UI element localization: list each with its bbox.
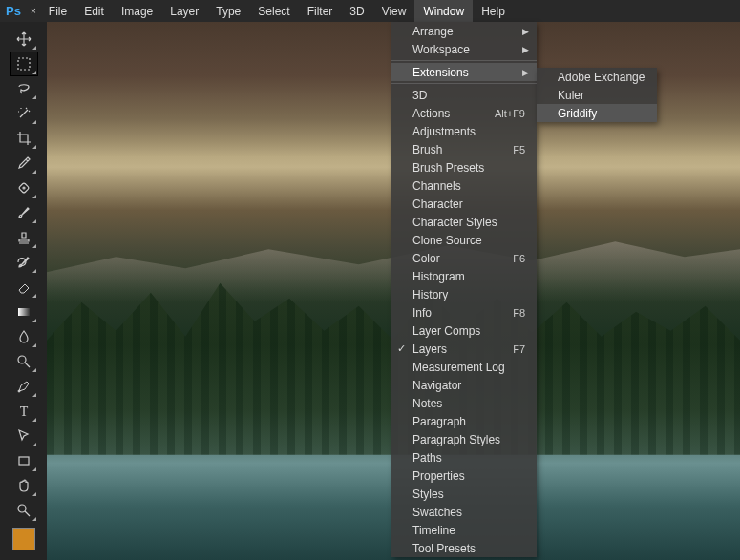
menu-item-label: Histogram — [412, 270, 465, 283]
foreground-color-swatch[interactable] — [12, 528, 35, 550]
gradient-tool[interactable] — [11, 301, 37, 323]
zoom-tool[interactable] — [11, 499, 37, 522]
window-menu-extensions[interactable]: Extensions▶ — [391, 63, 537, 81]
menu-item-label: Arrange — [412, 25, 454, 38]
eraser-tool[interactable] — [11, 276, 37, 299]
crop-tool[interactable] — [11, 127, 37, 150]
window-menu-channels[interactable]: Channels — [391, 176, 537, 195]
menu-item-label: Extensions — [412, 66, 469, 79]
type-tool[interactable]: T — [11, 400, 37, 423]
window-menu-actions[interactable]: ActionsAlt+F9 — [391, 104, 537, 122]
window-menu-paragraph[interactable]: Paragraph — [391, 412, 537, 430]
brush-tool[interactable] — [11, 201, 37, 224]
menu-help[interactable]: Help — [473, 0, 514, 22]
window-menu-tool-presets[interactable]: Tool Presets — [391, 539, 537, 557]
menu-type[interactable]: Type — [207, 0, 249, 22]
menu-file[interactable]: File — [40, 0, 75, 22]
window-menu-info[interactable]: InfoF8 — [391, 303, 537, 321]
window-menu-character-styles[interactable]: Character Styles — [391, 213, 537, 231]
menu-select[interactable]: Select — [249, 0, 298, 22]
menu-item-label: Info — [412, 306, 432, 320]
menu-item-label: Workspace — [412, 43, 470, 56]
menu-item-label: Adjustments — [412, 125, 476, 138]
submenu-arrow-icon: ▶ — [522, 27, 529, 36]
window-menu-dropdown: Arrange▶Workspace▶Extensions▶3DActionsAl… — [391, 22, 537, 557]
window-menu-history[interactable]: History — [391, 285, 537, 303]
menu-bar: Ps × FileEditImageLayerTypeSelectFilter3… — [0, 0, 740, 22]
window-menu-notes[interactable]: Notes — [391, 394, 537, 412]
extensions-submenu: Adobe ExchangeKulerGriddify — [537, 68, 657, 122]
menu-shortcut: F8 — [513, 307, 525, 319]
window-menu-layers[interactable]: LayersF7✓ — [391, 340, 537, 358]
menu-3d[interactable]: 3D — [341, 0, 372, 22]
menu-edit[interactable]: Edit — [75, 0, 113, 22]
window-menu-brush[interactable]: BrushF5 — [391, 140, 537, 158]
window-menu-measurement-log[interactable]: Measurement Log — [391, 358, 537, 376]
svg-rect-7 — [19, 457, 29, 465]
menu-filter[interactable]: Filter — [299, 0, 342, 22]
menu-item-label: Tool Presets — [412, 542, 476, 555]
move-tool[interactable] — [11, 28, 37, 51]
marquee-tool[interactable] — [11, 52, 37, 75]
menu-item-label: Color — [412, 252, 440, 265]
menu-item-label: Paths — [412, 451, 442, 465]
menu-item-label: Swatches — [412, 506, 462, 519]
menu-layer[interactable]: Layer — [161, 0, 207, 22]
hand-tool[interactable] — [11, 474, 37, 497]
window-menu-properties[interactable]: Properties — [391, 467, 537, 485]
history-brush-tool[interactable] — [11, 251, 37, 274]
blur-tool[interactable] — [11, 325, 37, 348]
pen-tool[interactable] — [11, 375, 37, 398]
window-menu-histogram[interactable]: Histogram — [391, 267, 537, 285]
window-menu-adjustments[interactable]: Adjustments — [391, 122, 537, 140]
rectangle-tool[interactable] — [11, 449, 37, 472]
svg-point-2 — [23, 187, 25, 189]
submenu-arrow-icon: ▶ — [522, 45, 529, 54]
menu-item-label: History — [412, 288, 448, 301]
window-menu-workspace[interactable]: Workspace▶ — [391, 40, 537, 58]
menu-item-label: Channels — [412, 179, 461, 193]
window-menu-brush-presets[interactable]: Brush Presets — [391, 158, 537, 176]
svg-point-8 — [18, 505, 26, 512]
extensions-menu-kuler[interactable]: Kuler — [537, 86, 657, 104]
menu-item-label: Layer Comps — [412, 324, 480, 338]
menu-item-label: Brush Presets — [412, 161, 484, 175]
window-menu-paths[interactable]: Paths — [391, 448, 537, 467]
window-menu-styles[interactable]: Styles — [391, 485, 537, 503]
menu-item-label: Timeline — [412, 524, 455, 537]
window-menu-layer-comps[interactable]: Layer Comps — [391, 321, 537, 340]
check-icon: ✓ — [397, 342, 406, 355]
menu-item-label: Character Styles — [412, 216, 497, 229]
healing-brush-tool[interactable] — [11, 176, 37, 199]
menu-shortcut: F7 — [513, 343, 525, 355]
menu-window[interactable]: Window — [414, 0, 473, 22]
menu-item-label: Actions — [412, 107, 450, 120]
window-menu-3d[interactable]: 3D — [391, 86, 537, 104]
window-menu-arrange[interactable]: Arrange▶ — [391, 22, 537, 40]
menu-item-label: Navigator — [412, 379, 461, 392]
path-selection-tool[interactable] — [11, 425, 37, 447]
svg-rect-0 — [18, 58, 30, 70]
window-menu-color[interactable]: ColorF6 — [391, 249, 537, 267]
lasso-tool[interactable] — [11, 77, 37, 100]
menu-item-label: Kuler — [558, 89, 584, 102]
clone-stamp-tool[interactable] — [11, 226, 37, 249]
window-menu-swatches[interactable]: Swatches — [391, 503, 537, 521]
menu-image[interactable]: Image — [113, 0, 161, 22]
window-menu-paragraph-styles[interactable]: Paragraph Styles — [391, 430, 537, 448]
window-menu-clone-source[interactable]: Clone Source — [391, 231, 537, 249]
menu-item-label: Measurement Log — [412, 361, 505, 374]
dodge-tool[interactable] — [11, 350, 37, 373]
window-menu-timeline[interactable]: Timeline — [391, 521, 537, 539]
doc-close-icon[interactable]: × — [27, 6, 40, 16]
magic-wand-tool[interactable] — [11, 102, 37, 125]
extensions-menu-griddify[interactable]: Griddify — [537, 104, 657, 122]
menu-item-label: Notes — [412, 397, 442, 410]
eyedropper-tool[interactable] — [11, 152, 37, 175]
window-menu-navigator[interactable]: Navigator — [391, 376, 537, 394]
window-menu-character[interactable]: Character — [391, 195, 537, 213]
extensions-menu-adobe-exchange[interactable]: Adobe Exchange — [537, 68, 657, 86]
menu-view[interactable]: View — [373, 0, 415, 22]
menu-item-label: 3D — [412, 89, 427, 102]
menu-item-label: Properties — [412, 469, 465, 483]
